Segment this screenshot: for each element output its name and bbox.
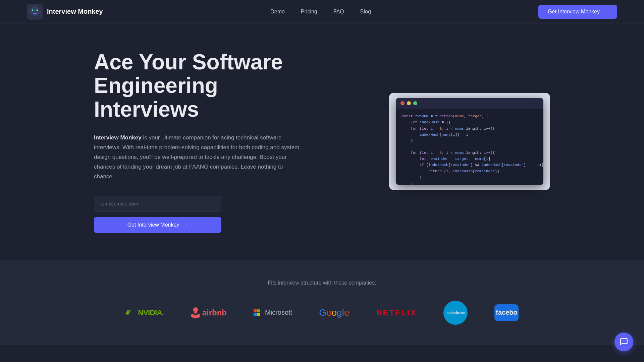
hero-description: Interview Monkey is your ultimate compan… [94,133,302,181]
hero-cta-label: Get Interview Monkey [127,222,179,228]
google-g2: g [337,307,342,318]
facebook-logo: facebo [494,304,519,321]
nav-link-blog[interactable]: Blog [360,9,371,14]
hero-desc-body: is your ultimate companion for acing tec… [94,134,299,180]
nav-link-demo[interactable]: Demo [270,9,285,14]
salesforce-text: salesforce [446,311,465,315]
svg-point-8 [38,10,41,13]
window-dot-green [413,101,417,105]
code-body: const twoSum = function(nums, target) { … [396,109,543,185]
nav-cta-arrow: → [602,9,608,15]
hero-cta-arrow: → [182,222,188,228]
nav-cta-label: Get Interview Monkey [548,9,600,15]
navbar: Interview Monkey Demo Pricing FAQ Blog G… [0,0,644,23]
hero-brand: Interview Monkey [94,134,142,141]
microsoft-logo: Microsoft [254,304,292,321]
hero-section: Ace Your Software Engineering Interviews… [0,23,644,260]
email-input-wrapper [94,196,302,212]
email-input[interactable] [94,196,221,212]
code-titlebar [396,98,543,109]
code-window: const twoSum = function(nums, target) { … [396,98,543,185]
microsoft-text: Microsoft [265,309,292,316]
nav-link-pricing[interactable]: Pricing [301,9,317,14]
nav-item-blog[interactable]: Blog [360,9,371,15]
nvidia-logo: NVIDIA. [125,304,164,321]
hero-visual: const twoSum = function(nums, target) { … [389,93,550,190]
svg-rect-6 [33,13,37,14]
google-o2: o [332,307,337,318]
nav-link-faq[interactable]: FAQ [333,9,344,14]
window-dot-red [400,101,405,105]
facebook-text: facebo [496,309,517,316]
nav-cta-button[interactable]: Get Interview Monkey → [538,5,617,19]
microsoft-grid-icon [254,309,260,316]
netflix-logo: NETFLIX [376,304,417,321]
chat-icon [620,338,628,346]
code-window-outer: const twoSum = function(nums, target) { … [389,93,550,190]
svg-point-4 [32,9,34,11]
hero-cta-button[interactable]: Get Interview Monkey → [94,217,221,233]
logo-icon [27,4,43,20]
svg-point-5 [36,9,38,11]
companies-section: Fits interview structure with these comp… [0,260,644,345]
nav-item-faq[interactable]: FAQ [333,9,344,15]
nav-links: Demo Pricing FAQ Blog [270,9,371,15]
hero-title: Ace Your Software Engineering Interviews [94,50,302,121]
netflix-text: NETFLIX [376,308,417,317]
companies-logos: NVIDIA. airbnb Microsoft Google [67,301,577,325]
google-g: G [319,307,326,318]
companies-label: Fits interview structure with these comp… [67,280,577,286]
google-o1: o [326,307,332,318]
airbnb-logo: airbnb [191,304,227,321]
chat-button[interactable] [614,333,633,351]
logo[interactable]: Interview Monkey [27,4,103,20]
salesforce-logo: salesforce [443,301,468,325]
nav-item-demo[interactable]: Demo [270,9,285,15]
google-e: e [344,307,350,318]
svg-point-7 [29,10,32,13]
window-dot-yellow [407,101,411,105]
nav-item-pricing[interactable]: Pricing [301,9,317,15]
hero-content: Ace Your Software Engineering Interviews… [94,50,302,233]
airbnb-text: airbnb [202,308,227,317]
nvidia-text: NVIDIA. [138,308,164,317]
logo-text: Interview Monkey [47,8,103,15]
google-logo: Google [319,304,349,321]
